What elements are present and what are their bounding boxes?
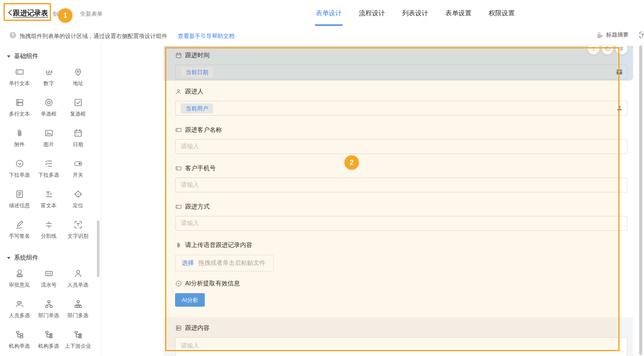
component-org-updown[interactable]: 上下游企业: [63, 325, 93, 355]
field-label-follow-content: 跟进内容: [175, 324, 627, 332]
field-input-follow-method[interactable]: 请输入: [175, 216, 627, 231]
component-multi-text[interactable]: 多行文本: [5, 92, 34, 123]
form-field-follow-person[interactable]: 跟进人当前用户: [164, 81, 633, 119]
form-field-follow-content[interactable]: 跟进内容请输入: [164, 317, 633, 356]
field-multi-text-icon: [175, 325, 182, 332]
calendar-7-icon[interactable]: 7: [616, 68, 623, 75]
component-signature[interactable]: 手写签名: [5, 215, 34, 245]
tab-表单设计[interactable]: 表单设计: [315, 0, 342, 26]
value-tag[interactable]: 当前日期: [181, 67, 213, 77]
component-multi-text-icon: [15, 98, 24, 107]
component-divider[interactable]: 分割线: [34, 215, 63, 245]
component-dept-single[interactable]: 部门单选: [34, 294, 63, 325]
component-org-single-icon: [15, 330, 24, 339]
form-field-voice-upload[interactable]: 请上传语音跟进记录内容选择拖拽或者单击后粘贴文件: [164, 234, 633, 273]
field-label-text: 跟进方式: [185, 203, 210, 211]
component-rich-text[interactable]: 富文本: [34, 184, 63, 215]
input-placeholder: 请输入: [181, 219, 199, 227]
component-label: 下拉多选: [38, 171, 59, 179]
component-image-icon: [44, 128, 54, 138]
field-input-follow-person[interactable]: 当前用户: [175, 101, 627, 116]
input-placeholder: 请输入: [181, 181, 199, 189]
field-textarea-follow-content[interactable]: 请输入: [175, 337, 627, 356]
file-upload-area[interactable]: 选择拖拽或者单击后粘贴文件: [175, 255, 274, 271]
component-checkbox-icon: [73, 98, 83, 107]
tab-权限设置[interactable]: 权限设置: [488, 0, 515, 26]
component-locate[interactable]: 定位: [63, 184, 93, 215]
component-person-single[interactable]: 人员单选: [63, 264, 93, 294]
clipped-edge-icon[interactable]: [638, 31, 644, 39]
component-label: 文字识别: [68, 233, 89, 240]
upload-select-button[interactable]: 选择: [182, 259, 194, 267]
form-field-customer-phone[interactable]: 客户手机号请输入: [164, 157, 633, 196]
tab-列表设计[interactable]: 列表设计: [402, 0, 429, 26]
field-input-customer-name[interactable]: 请输入: [175, 139, 627, 154]
field-label-follow-person: 跟进人: [175, 88, 627, 96]
component-org-multi[interactable]: 机构多选: [34, 325, 63, 355]
form-field-ai-analyze[interactable]: AIAI分析提取有效信息AI分析: [164, 273, 633, 311]
svg-text:Title: Title: [597, 32, 601, 34]
component-number[interactable]: 123数字: [34, 62, 63, 92]
component-address[interactable]: 地址: [63, 62, 93, 92]
component-stamp-icon: [15, 269, 24, 278]
component-image[interactable]: 图片: [34, 123, 63, 154]
canvas-scrollbar[interactable]: [639, 45, 642, 355]
resize-handle-icon[interactable]: [622, 351, 626, 355]
tab-表单设置[interactable]: 表单设置: [445, 0, 472, 26]
text-tool-icon: [591, 46, 596, 51]
textarea-placeholder: 请输入: [181, 342, 199, 349]
svg-text:7: 7: [619, 71, 620, 74]
component-radio[interactable]: 单选框: [34, 92, 63, 123]
component-select-single[interactable]: 下拉单选: [5, 154, 34, 184]
component-single-text-icon: [15, 67, 24, 77]
field-label-follow-method: 跟进方式: [175, 203, 627, 211]
field-label-follow-time: 跟进时间: [175, 51, 627, 59]
sidebar-scrollbar[interactable]: [97, 220, 100, 277]
component-switch[interactable]: 开关: [63, 154, 93, 184]
field-input-customer-phone[interactable]: 请输入: [175, 178, 627, 192]
component-single-text[interactable]: 单行文本: [5, 62, 34, 92]
tab-流程设计[interactable]: 流程设计: [358, 0, 386, 26]
component-grid: 审批意见流水号人员单选人员多选部门单选部门多选机构单选机构多选上下游企业: [0, 264, 101, 355]
title-summary-button[interactable]: Title 标题摘要: [596, 26, 629, 44]
section-title-基础组件[interactable]: 基础组件: [7, 52, 101, 60]
component-serial[interactable]: 流水号: [34, 264, 63, 294]
person-fill-icon[interactable]: [616, 105, 623, 112]
collapse-arrow-icon: [7, 257, 10, 259]
ai-analyze-button[interactable]: AI分析: [175, 293, 205, 307]
component-label: 单行文本: [9, 80, 30, 87]
component-select-single-icon: [15, 159, 24, 168]
form-field-follow-method[interactable]: 跟进方式请输入: [164, 196, 633, 234]
collapse-arrow-icon: [7, 55, 10, 58]
field-label-customer-phone: 客户手机号: [175, 164, 627, 172]
component-org-single[interactable]: 机构单选: [5, 325, 34, 355]
component-person-single-icon: [73, 269, 83, 278]
section-title-系统组件[interactable]: 系统组件: [7, 254, 101, 262]
field-input-follow-time[interactable]: 当前日期7: [175, 65, 627, 79]
form-field-customer-name[interactable]: 跟进客户名称请输入: [164, 119, 633, 157]
component-checkbox[interactable]: 复选框: [63, 92, 93, 123]
component-sidebar: 基础组件单行文本123数字地址多行文本单选框复选框附件图片日期下拉单选下拉多选开…: [0, 44, 101, 356]
component-description-icon: [15, 189, 24, 199]
component-dept-multi[interactable]: 部门多选: [63, 294, 93, 325]
question-circle-icon: ?: [10, 32, 16, 38]
component-person-multi[interactable]: 人员多选: [5, 294, 34, 325]
component-ocr[interactable]: 文字识别: [63, 215, 93, 245]
drag-tip-text: 拖拽组件到表单的设计区域，通过设置右侧配置项设计组件: [20, 32, 167, 40]
value-tag[interactable]: 当前用户: [181, 103, 213, 113]
component-stamp[interactable]: 审批意见: [5, 264, 34, 294]
form-field-follow-time[interactable]: 跟进时间当前日期7: [164, 46, 633, 81]
component-label: 描述信息: [9, 202, 30, 209]
guide-doc-link[interactable]: 查看新手引导帮助文档: [178, 32, 234, 40]
component-date[interactable]: 日期: [63, 123, 93, 154]
component-label: 单选框: [41, 110, 57, 118]
component-attachment[interactable]: 附件: [5, 123, 34, 154]
form-panel: 跟进时间当前日期7跟进人当前用户跟进客户名称请输入客户手机号请输入跟进方式请输入…: [164, 46, 633, 356]
component-description[interactable]: 描述信息: [5, 184, 34, 215]
info-bar: ? 拖拽组件到表单的设计区域，通过设置右侧配置项设计组件 查看新手引导帮助文档 …: [0, 26, 644, 44]
component-select-multi[interactable]: 下拉多选: [34, 154, 63, 184]
field-label-text: 跟进人: [185, 88, 203, 96]
form-title[interactable]: 跟进记录表: [13, 9, 48, 18]
component-locate-icon: [73, 189, 83, 199]
component-attachment-icon: [15, 128, 24, 138]
